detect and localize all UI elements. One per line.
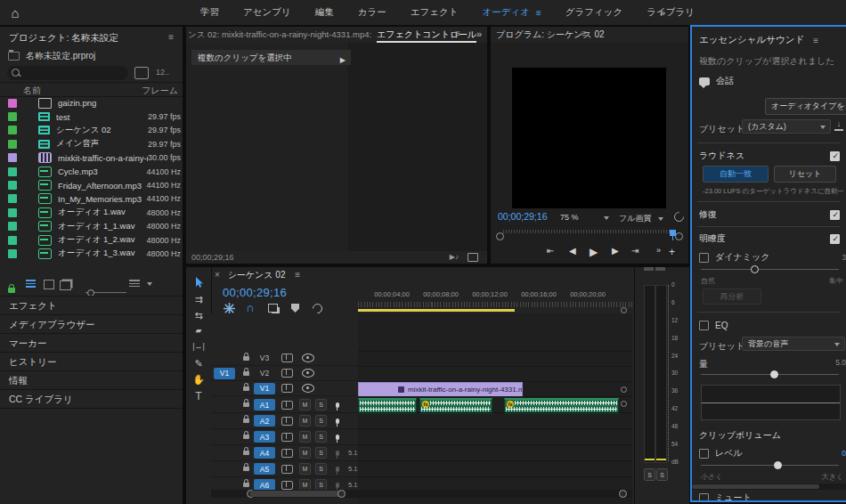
lock-icon[interactable]: [243, 451, 249, 455]
toggle-track-output-eye-icon[interactable]: [302, 369, 314, 378]
multiple-clips-header[interactable]: 複数のクリップを選択中 ▶: [191, 50, 351, 65]
audio-track-header[interactable]: A4MS5.1: [211, 445, 358, 461]
mute-button[interactable]: M: [299, 447, 311, 459]
active-workspace-menu-icon[interactable]: ≡: [536, 8, 541, 18]
menu-エフェクト[interactable]: エフェクト: [411, 6, 459, 19]
slip-tool[interactable]: |↔|: [192, 342, 205, 354]
color-label[interactable]: [8, 222, 17, 231]
goto-in-button[interactable]: ⇤: [547, 246, 554, 256]
video-track-header[interactable]: V1: [211, 381, 358, 396]
play-audio-only-icon[interactable]: ▶♪: [450, 253, 459, 261]
sync-lock-icon[interactable]: [281, 384, 293, 393]
program-scrubber[interactable]: [496, 230, 683, 240]
color-label[interactable]: [8, 194, 17, 203]
mute-button[interactable]: M: [299, 463, 311, 475]
lock-icon[interactable]: [243, 356, 249, 361]
step-forward-button[interactable]: ▶: [612, 246, 619, 256]
list-item[interactable]: シーケンス 0229.97 fps: [0, 124, 183, 137]
menu-編集[interactable]: 編集: [315, 6, 334, 19]
panel-tab-ヒストリー[interactable]: ヒストリー: [0, 353, 183, 371]
sync-lock-icon[interactable]: [281, 369, 293, 378]
filter-bin-icon[interactable]: [134, 67, 149, 79]
lock-icon[interactable]: [243, 386, 249, 391]
color-label[interactable]: [8, 181, 17, 190]
icon-view-icon[interactable]: [44, 280, 54, 289]
timeline-timecode[interactable]: 00;00;29;16: [223, 286, 287, 299]
lock-icon[interactable]: [243, 419, 249, 423]
export-frame-icon[interactable]: [468, 253, 478, 262]
panel-menu-icon[interactable]: ≡: [455, 28, 460, 38]
color-label[interactable]: [8, 153, 17, 162]
tab-source-monitor[interactable]: ンス 02: mixkit-traffic-on-a-rainy-night-4…: [188, 27, 371, 43]
playback-quality-select[interactable]: フル画質: [619, 213, 663, 224]
sort-icon[interactable]: [129, 280, 140, 287]
project-file-row[interactable]: 名称未設定.prproj: [8, 50, 95, 62]
panel-tab-メディアブラウザー[interactable]: メディアブラウザー: [0, 315, 183, 334]
list-item[interactable]: gaizin.png: [0, 96, 183, 110]
step-back-button[interactable]: ◀: [569, 246, 576, 256]
solo-right-button[interactable]: S: [656, 468, 668, 481]
settings-wrench-icon[interactable]: [672, 210, 687, 224]
freeform-view-icon[interactable]: [60, 280, 71, 290]
video-clip[interactable]: mixkit-traffic-on-a-rainy-night-4331.mp4: [358, 382, 523, 397]
voiceover-mic-icon[interactable]: [336, 402, 339, 408]
voiceover-mic-icon[interactable]: [336, 483, 339, 488]
track-name[interactable]: V3: [254, 353, 275, 364]
clarity-checkbox[interactable]: [830, 234, 840, 244]
solo-button[interactable]: S: [315, 415, 327, 427]
amount-slider[interactable]: [701, 374, 839, 375]
track-name[interactable]: A1: [254, 399, 275, 411]
voiceover-mic-icon[interactable]: [336, 451, 339, 456]
scrollbar-thumb[interactable]: [250, 491, 341, 497]
type-tool[interactable]: T: [192, 390, 205, 402]
panel-menu-icon[interactable]: ≡: [582, 28, 587, 38]
razor-tool[interactable]: ▰: [192, 326, 205, 338]
auto-match-button[interactable]: 自動一致: [703, 166, 769, 183]
expand-arrow-icon[interactable]: ▶: [340, 53, 346, 68]
scrollbar-handle[interactable]: [338, 490, 346, 498]
reset-button[interactable]: リセット: [774, 166, 836, 183]
hand-tool[interactable]: ✋: [192, 374, 205, 386]
list-item[interactable]: Cycle.mp344100 Hz: [0, 165, 183, 178]
track-handle[interactable]: [621, 401, 627, 407]
solo-button[interactable]: S: [315, 431, 327, 443]
list-view-icon[interactable]: [26, 280, 36, 288]
track-name[interactable]: V1: [254, 383, 275, 394]
column-rate[interactable]: フレーム: [142, 85, 178, 97]
color-label[interactable]: [8, 249, 17, 258]
level-checkbox[interactable]: [699, 449, 709, 459]
panel-tab-エフェクト[interactable]: エフェクト: [0, 297, 183, 315]
toggle-track-output-eye-icon[interactable]: [302, 384, 314, 393]
timeline-hscrollbar[interactable]: [211, 490, 632, 498]
button-overflow-icon[interactable]: »: [656, 246, 661, 255]
scrub-start-handle[interactable]: [496, 232, 504, 240]
dynamic-checkbox[interactable]: [699, 253, 709, 263]
list-item[interactable]: test29.97 fps: [0, 110, 183, 123]
mute-button[interactable]: M: [299, 431, 311, 443]
track-name[interactable]: V2: [254, 368, 275, 379]
panel-tab-マーカー[interactable]: マーカー: [0, 334, 183, 353]
voiceover-mic-icon[interactable]: [336, 467, 339, 472]
list-item[interactable]: オーディオ 1_3.wav48000 Hz: [0, 247, 183, 260]
play-button[interactable]: ▶: [590, 246, 598, 258]
track-select-forward-tool[interactable]: ⇉: [192, 294, 205, 306]
loudness-checkbox[interactable]: [830, 151, 840, 161]
sort-chevron-icon[interactable]: [147, 282, 152, 286]
audio-track-header[interactable]: A2MS: [211, 413, 358, 429]
add-button-icon[interactable]: +: [669, 246, 675, 258]
reanalyze-button[interactable]: 再分析: [703, 289, 761, 305]
audio-track-header[interactable]: A5MS5.1: [211, 461, 358, 477]
eq-preset-select[interactable]: 背景の音声: [742, 337, 845, 351]
menu-カラー[interactable]: カラー: [358, 6, 386, 19]
track-name[interactable]: A5: [254, 463, 275, 475]
track-name[interactable]: A3: [254, 431, 275, 443]
audio-track-header[interactable]: A3MS: [211, 429, 358, 445]
eq-graph[interactable]: [701, 385, 841, 420]
panel-tab-CC ライブラリ[interactable]: CC ライブラリ: [0, 390, 183, 409]
linked-selection-icon[interactable]: [268, 304, 278, 313]
list-item[interactable]: In_My_Memories.mp344100 Hz: [0, 192, 183, 206]
list-item[interactable]: mixkit-traffic-on-a-rainy-night-30.00 fp…: [0, 151, 183, 165]
save-preset-icon[interactable]: ↓: [834, 121, 843, 131]
dynamic-slider[interactable]: [701, 269, 839, 270]
color-label[interactable]: [8, 208, 17, 217]
